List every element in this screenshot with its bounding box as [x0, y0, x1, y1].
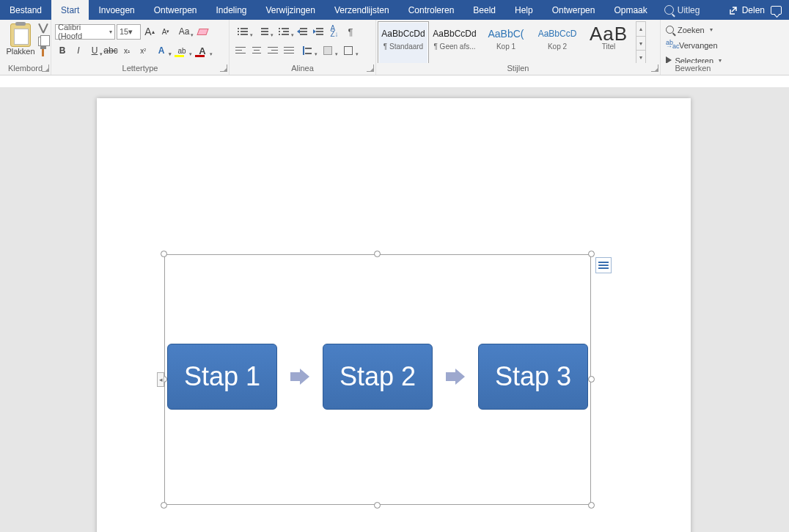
copy-icon[interactable]: [38, 37, 46, 46]
text-pane-toggle[interactable]: ◂: [157, 372, 164, 387]
document-area[interactable]: ◂ Stap 1 Stap 2 Stap 3: [0, 87, 789, 532]
search-icon: [664, 5, 674, 15]
style-gallery: AaBbCcDd¶ StandaardAaBbCcDd¶ Geen afs...…: [378, 21, 658, 65]
resize-handle-bl[interactable]: [161, 502, 167, 509]
replace-icon: ab→ac: [666, 41, 675, 49]
sort-icon[interactable]: AZ↓: [327, 24, 342, 39]
tab-verzendlijsten[interactable]: Verzendlijsten: [325, 0, 399, 20]
replace-button[interactable]: ab→acVervangen: [664, 37, 722, 53]
style-item[interactable]: AaBTitel: [583, 21, 634, 65]
line-spacing-icon[interactable]: [298, 43, 317, 58]
style-caption: Titel: [584, 43, 634, 51]
step-1[interactable]: Stap 1: [167, 344, 277, 410]
resize-handle-tl[interactable]: [161, 251, 167, 257]
step-3[interactable]: Stap 3: [478, 344, 588, 410]
style-caption: Kop 1: [481, 43, 531, 51]
grow-font-icon[interactable]: A▴: [142, 24, 157, 39]
paste-icon: [10, 23, 31, 47]
launcher-alinea[interactable]: [367, 64, 374, 72]
layout-options-button[interactable]: [595, 257, 612, 273]
style-preview: AaB: [584, 25, 634, 43]
comments-icon[interactable]: [771, 6, 782, 15]
style-caption: ¶ Geen afs...: [430, 43, 480, 51]
style-preview: AaBbCcDd: [430, 25, 480, 43]
tab-invoegen[interactable]: Invoegen: [89, 0, 144, 20]
resize-handle-mr[interactable]: [588, 376, 595, 383]
process-diagram: Stap 1 Stap 2 Stap 3: [167, 344, 588, 410]
tab-indeling[interactable]: Indeling: [206, 0, 256, 20]
style-item[interactable]: AaBbCcDd¶ Geen afs...: [429, 21, 480, 65]
resize-handle-br[interactable]: [588, 502, 595, 509]
tab-verwijzingen[interactable]: Verwijzingen: [257, 0, 325, 20]
group-label-alinea: Alinea: [230, 63, 376, 75]
tell-me-label: Uitleg: [678, 5, 700, 15]
text-effects-icon[interactable]: A: [152, 43, 171, 58]
share-button[interactable]: Delen: [728, 5, 765, 15]
tab-controleren[interactable]: Controleren: [399, 0, 464, 20]
font-color-icon[interactable]: A: [193, 43, 212, 58]
group-label-lettertype: Lettertype: [51, 63, 230, 75]
align-right-icon[interactable]: [265, 43, 280, 58]
multilevel-list-icon[interactable]: [274, 24, 293, 39]
format-painter-icon[interactable]: [42, 49, 44, 56]
share-label: Delen: [742, 5, 765, 15]
style-caption: ¶ Standaard: [378, 43, 428, 51]
title-bar: Bestand Start Invoegen Ontwerpen Indelin…: [0, 0, 789, 20]
step-2[interactable]: Stap 2: [323, 344, 433, 410]
style-item[interactable]: AaBbCcDd¶ Standaard: [378, 21, 429, 65]
tab-ontwerpen[interactable]: Ontwerpen: [144, 0, 207, 20]
bold-icon[interactable]: B: [55, 43, 70, 58]
shading-icon[interactable]: [318, 43, 337, 58]
style-item[interactable]: AaBbC(Kop 1: [480, 21, 532, 65]
increase-indent-icon[interactable]: [311, 24, 326, 39]
paste-label: Plakken: [4, 47, 37, 56]
launcher-lettertype[interactable]: [220, 64, 227, 72]
style-preview: AaBbCcD: [532, 25, 582, 43]
tab-smartart-ontwerpen[interactable]: Ontwerpen: [543, 0, 605, 20]
ribbon: Plakken Calibri (Hoofd▾ 15▾ A▴ A▾ Aa B I…: [0, 20, 789, 75]
tab-opmaak[interactable]: Opmaak: [604, 0, 656, 20]
italic-icon[interactable]: I: [71, 43, 86, 58]
group-label-stijlen: Stijlen: [376, 63, 661, 75]
clear-formatting-icon[interactable]: [195, 24, 210, 39]
show-marks-icon[interactable]: ¶: [343, 24, 358, 39]
resize-handle-tm[interactable]: [374, 251, 381, 257]
style-item[interactable]: AaBbCcDKop 2: [532, 21, 583, 65]
tell-me[interactable]: Uitleg: [657, 0, 708, 20]
borders-icon[interactable]: [339, 43, 358, 58]
smartart-container[interactable]: ◂ Stap 1 Stap 2 Stap 3: [164, 254, 591, 505]
cut-icon[interactable]: [38, 23, 49, 34]
find-button[interactable]: Zoeken▾: [664, 22, 722, 37]
superscript-icon[interactable]: x: [136, 43, 150, 58]
style-preview: AaBbC(: [481, 25, 531, 43]
numbering-icon[interactable]: [254, 24, 273, 39]
highlight-icon[interactable]: ab: [172, 43, 191, 58]
tab-bestand[interactable]: Bestand: [0, 0, 51, 20]
tab-help[interactable]: Help: [505, 0, 543, 20]
change-case-icon[interactable]: Aa: [175, 24, 194, 39]
share-icon: [728, 5, 738, 15]
subscript-icon[interactable]: x: [120, 43, 134, 58]
strikethrough-icon[interactable]: abc: [103, 43, 118, 58]
align-justify-icon[interactable]: [282, 43, 296, 58]
style-gallery-nav[interactable]: ▴▾▾: [636, 21, 646, 65]
arrow-icon: [290, 369, 309, 385]
launcher-stijlen[interactable]: [651, 64, 658, 72]
resize-handle-bm[interactable]: [374, 502, 381, 509]
arrow-icon: [446, 369, 465, 385]
launcher-klembord[interactable]: [42, 64, 49, 72]
resize-handle-tr[interactable]: [588, 251, 595, 257]
align-left-icon[interactable]: [233, 43, 248, 58]
decrease-indent-icon[interactable]: [295, 24, 309, 39]
align-center-icon[interactable]: [249, 43, 264, 58]
tab-start[interactable]: Start: [51, 0, 89, 20]
find-icon: [666, 26, 674, 34]
paste-button[interactable]: Plakken: [4, 23, 37, 56]
font-name-combo[interactable]: Calibri (Hoofd▾: [55, 24, 115, 40]
font-size-combo[interactable]: 15▾: [117, 24, 141, 40]
underline-icon[interactable]: U: [87, 43, 102, 58]
bullets-icon[interactable]: [233, 24, 252, 39]
shrink-font-icon[interactable]: A▾: [158, 24, 173, 39]
tab-beeld[interactable]: Beeld: [463, 0, 505, 20]
group-label-klembord: Klembord: [0, 63, 51, 75]
